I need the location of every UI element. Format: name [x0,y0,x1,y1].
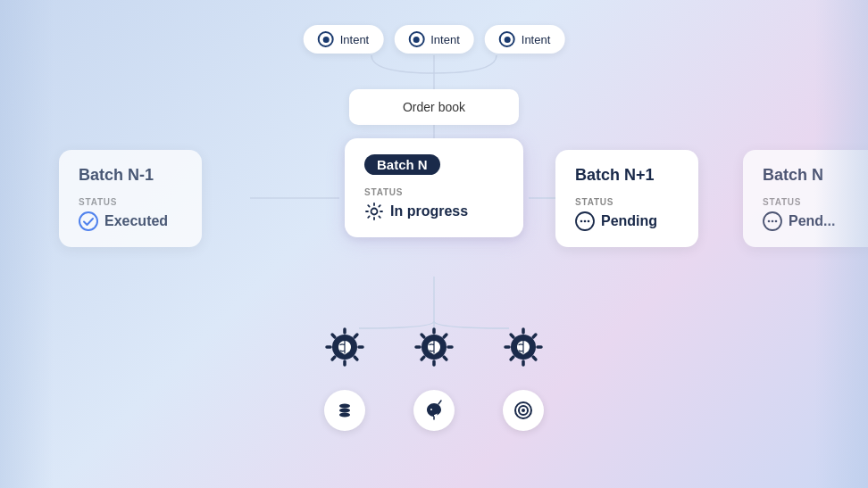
intent-row: Intent Intent Intent [304,25,565,54]
batch-n-pill: Batch N [364,154,440,175]
batch-n1-title: Batch N-1 [79,166,182,185]
dots-icon-np2 [763,211,782,231]
svg-point-12 [775,220,778,223]
svg-point-13 [339,404,350,409]
fade-overlay-left [0,0,54,488]
svg-point-16 [430,409,432,410]
batch-np2-status-label: STATUS [763,197,866,207]
agents-row [314,317,554,431]
agent-gear-3 [493,317,554,377]
intent-node-1: Intent [304,25,384,54]
svg-point-4 [79,212,97,230]
batch-card-np2: Batch N STATUS Pend... [743,150,868,247]
intent-icon-2 [408,31,424,47]
svg-point-15 [339,413,350,418]
batch-n1-status-label: STATUS [79,197,182,207]
check-icon [79,211,98,231]
batch-np1-status-value: Pending [575,211,679,231]
batch-n-title: Batch N [364,154,504,175]
batch-np1-title: Batch N+1 [575,166,679,185]
svg-point-7 [584,220,587,223]
batch-n-status-value: In progress [364,202,504,221]
dots-icon-np1 [575,211,595,231]
order-book: Order book [349,89,519,125]
svg-point-10 [768,220,771,223]
batch-card-n: Batch N STATUS In progress [345,138,523,237]
intent-label-1: Intent [340,33,370,46]
agent-col-3 [493,317,554,431]
svg-point-8 [588,220,590,223]
batch-np1-status-label: STATUS [575,197,679,207]
gear-icon [364,202,384,221]
intent-node-2: Intent [394,25,474,54]
intent-label-3: Intent [522,33,551,46]
order-book-label: Order book [403,100,465,114]
batch-card-n1: Batch N-1 STATUS Executed [59,150,202,247]
agent-gear-1 [314,317,375,377]
svg-point-11 [772,220,774,223]
agent-sub-icon-1 [324,390,365,431]
agent-col-2 [404,317,464,431]
diagram-container: Intent Intent Intent Order book Batch N-… [0,0,868,488]
intent-label-2: Intent [430,33,460,46]
batch-n-status-label: STATUS [364,187,504,197]
intent-node-3: Intent [485,25,565,54]
batch-card-np1: Batch N+1 STATUS Pending [555,150,698,247]
agent-gear-2 [404,317,464,377]
intent-icon-3 [499,31,515,47]
agent-sub-icon-3 [503,390,544,431]
agent-sub-icon-2 [413,390,455,431]
svg-point-6 [580,220,583,223]
batch-np2-title: Batch N [763,166,866,185]
agent-col-1 [314,317,375,431]
svg-point-14 [339,409,350,413]
intent-icon-1 [318,31,334,47]
svg-point-19 [522,409,525,412]
batch-n1-status-value: Executed [79,211,182,231]
batch-np2-status-value: Pend... [763,211,866,231]
